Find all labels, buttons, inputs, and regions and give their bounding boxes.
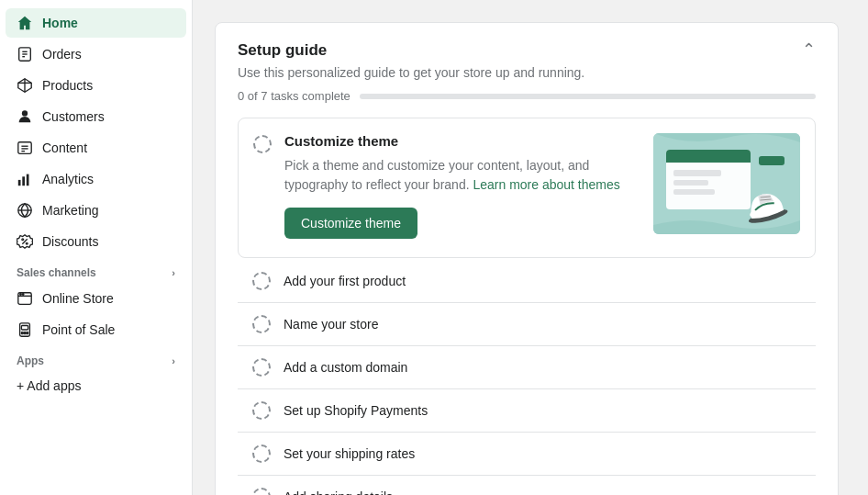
customize-theme-illustration <box>653 133 800 234</box>
svg-rect-26 <box>21 326 28 331</box>
svg-point-7 <box>22 110 28 116</box>
sidebar-item-label: Analytics <box>42 172 94 186</box>
sidebar-item-label: Content <box>42 141 87 155</box>
active-task-customize-theme: Customize theme Pick a theme and customi… <box>238 118 816 258</box>
sidebar-item-products[interactable]: Products <box>6 71 186 100</box>
analytics-icon <box>17 171 33 187</box>
task-item-custom-domain[interactable]: Add a custom domain <box>238 345 816 388</box>
task-label: Add a custom domain <box>284 360 407 375</box>
svg-rect-13 <box>22 176 25 186</box>
svg-rect-33 <box>666 157 751 163</box>
online-store-icon <box>17 290 33 307</box>
task-item-shopify-payments[interactable]: Set up Shopify Payments <box>238 388 816 432</box>
marketing-icon <box>17 202 33 219</box>
svg-rect-36 <box>673 189 715 195</box>
task-radio-sharing-details <box>252 488 271 495</box>
home-icon <box>17 15 33 31</box>
svg-rect-37 <box>759 156 785 165</box>
active-task-description: Pick a theme and customize your content,… <box>284 156 640 195</box>
sidebar-item-marketing[interactable]: Marketing <box>6 196 186 225</box>
svg-rect-34 <box>673 170 721 176</box>
svg-rect-12 <box>18 180 21 186</box>
svg-rect-29 <box>27 332 28 334</box>
sidebar-item-label: + Add apps <box>17 378 81 393</box>
sidebar-item-label: Point of Sale <box>42 322 115 337</box>
sidebar-item-label: Orders <box>42 47 82 62</box>
setup-guide-title: Setup guide <box>238 41 327 60</box>
task-label: Set your shipping rates <box>284 446 415 461</box>
content-icon <box>17 140 33 156</box>
svg-rect-8 <box>18 142 31 154</box>
task-label: Name your store <box>284 317 378 332</box>
products-icon <box>17 77 33 94</box>
sidebar-item-analytics[interactable]: Analytics <box>6 164 186 194</box>
progress-row: 0 of 7 tasks complete <box>238 89 816 103</box>
customers-icon <box>17 108 33 125</box>
sidebar-item-label: Discounts <box>42 234 98 249</box>
sidebar-item-label: Online Store <box>42 291 114 306</box>
sidebar-item-label: Products <box>42 78 93 93</box>
sidebar-item-discounts[interactable]: Discounts <box>6 227 186 256</box>
setup-guide-header: Setup guide ⌃ <box>238 41 816 60</box>
task-radio-customize-theme[interactable] <box>253 135 272 153</box>
task-label: Add your first product <box>284 274 406 288</box>
sidebar-item-label: Customers <box>42 109 105 124</box>
collapse-button[interactable]: ⌃ <box>802 41 816 58</box>
task-radio-shipping-rates <box>252 444 271 463</box>
sidebar-item-label: Home <box>42 16 78 30</box>
task-item-shipping-rates[interactable]: Set your shipping rates <box>238 432 816 475</box>
task-list: Add your first product Name your store A… <box>238 260 816 495</box>
discounts-icon <box>17 233 33 250</box>
sales-channels-chevron[interactable]: › <box>172 267 175 278</box>
progress-text: 0 of 7 tasks complete <box>238 89 351 103</box>
orders-icon <box>17 46 33 62</box>
task-radio-first-product <box>252 272 271 290</box>
pos-icon <box>17 321 33 338</box>
svg-point-21 <box>26 242 28 244</box>
task-radio-custom-domain <box>252 358 271 377</box>
svg-point-23 <box>20 294 21 295</box>
sidebar-item-orders[interactable]: Orders <box>6 39 186 69</box>
active-task-content: Customize theme Pick a theme and customi… <box>284 133 640 239</box>
task-item-first-product[interactable]: Add your first product <box>238 260 816 302</box>
customize-theme-button[interactable]: Customize theme <box>284 208 417 239</box>
active-task-title: Customize theme <box>284 133 640 149</box>
task-radio-name-store <box>252 315 271 333</box>
task-label: Set up Shopify Payments <box>284 403 428 418</box>
learn-more-link[interactable]: Learn more about themes <box>473 177 619 192</box>
task-item-sharing-details[interactable]: Add sharing details <box>238 475 816 495</box>
sidebar-item-customers[interactable]: Customers <box>6 102 186 131</box>
svg-rect-28 <box>24 332 26 334</box>
sidebar-item-pos[interactable]: Point of Sale <box>6 315 186 344</box>
sidebar-item-content[interactable]: Content <box>6 133 186 163</box>
main-content: Setup guide ⌃ Use this personalized guid… <box>193 0 868 495</box>
sidebar: Home Orders Products <box>0 0 193 495</box>
svg-point-24 <box>22 294 23 295</box>
task-radio-shopify-payments <box>252 401 271 420</box>
sidebar-item-label: Marketing <box>42 203 98 218</box>
svg-point-20 <box>22 239 24 241</box>
apps-chevron[interactable]: › <box>172 355 175 366</box>
sidebar-item-home[interactable]: Home <box>6 8 186 38</box>
setup-guide-subtitle: Use this personalized guide to get your … <box>238 65 816 80</box>
progress-bar-background <box>360 94 816 99</box>
svg-rect-27 <box>21 332 23 334</box>
sidebar-item-add-apps[interactable]: + Add apps <box>6 372 186 399</box>
svg-rect-35 <box>673 180 708 186</box>
svg-rect-14 <box>27 174 29 186</box>
sales-channels-section: Sales channels › <box>0 257 192 283</box>
sidebar-item-online-store[interactable]: Online Store <box>6 284 186 313</box>
task-label: Add sharing details <box>284 489 393 495</box>
setup-guide-card: Setup guide ⌃ Use this personalized guid… <box>215 22 839 495</box>
task-item-name-store[interactable]: Name your store <box>238 302 816 345</box>
apps-section: Apps › <box>0 345 192 371</box>
